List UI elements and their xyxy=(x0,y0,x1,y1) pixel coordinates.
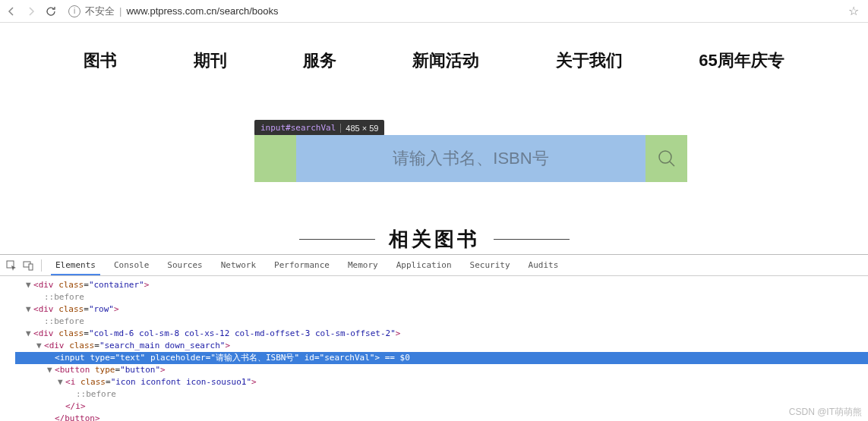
reload-button[interactable] xyxy=(44,5,58,18)
nav-item-anniversary[interactable]: 65周年庆专 xyxy=(699,49,784,72)
section-title: 相关图书 xyxy=(389,226,480,253)
inspect-element-icon[interactable] xyxy=(5,259,18,272)
search-container: 请输入书名、ISBN号 xyxy=(254,135,687,182)
inspect-dimensions: 485 × 59 xyxy=(340,124,378,133)
devtools-tabbar: Elements Console Sources Network Perform… xyxy=(0,255,868,276)
search-icon xyxy=(656,148,677,169)
devtools-dom-tree[interactable]: ▼<div class="container">::before▼<div cl… xyxy=(0,276,868,421)
address-bar[interactable]: i 不安全 | www.ptpress.com.cn/search/books xyxy=(64,5,842,18)
forward-button[interactable] xyxy=(24,5,38,18)
browser-chrome: i 不安全 | www.ptpress.com.cn/search/books … xyxy=(0,0,868,23)
dom-tree-line[interactable]: </button> xyxy=(15,413,868,421)
divider-line-right xyxy=(494,239,570,240)
dom-tree-line[interactable]: ▼<div class="row"> xyxy=(15,303,868,316)
nav-item-periodicals[interactable]: 期刊 xyxy=(194,49,227,72)
devtools-panel: Elements Console Sources Network Perform… xyxy=(0,254,868,421)
back-button[interactable] xyxy=(5,5,18,18)
dom-tree-line[interactable]: ▼<i class="icon iconfont icon-sousuo1"> xyxy=(15,376,868,388)
dom-tree-line[interactable]: ::before xyxy=(15,316,868,328)
device-toggle-icon[interactable] xyxy=(21,259,35,272)
svg-point-0 xyxy=(659,151,671,163)
devtools-tab-elements[interactable]: Elements xyxy=(48,256,103,275)
nav-item-about[interactable]: 关于我们 xyxy=(556,49,623,72)
devtools-tab-memory[interactable]: Memory xyxy=(340,256,386,275)
dom-tree-line[interactable]: ▼<button type="button"> xyxy=(15,364,868,376)
url-text: www.ptpress.com.cn/search/books xyxy=(126,5,278,17)
search-input[interactable]: 请输入书名、ISBN号 xyxy=(296,135,645,182)
dom-tree-line[interactable]: ▼<div class="container"> xyxy=(15,279,868,291)
search-button[interactable] xyxy=(645,135,687,182)
info-icon: i xyxy=(68,5,80,17)
section-heading: 相关图书 xyxy=(0,226,868,253)
dom-tree-line[interactable]: ::before xyxy=(15,388,868,401)
inspect-tooltip: input#searchVal 485 × 59 xyxy=(254,120,384,136)
svg-rect-4 xyxy=(29,264,33,270)
dom-tree-line[interactable]: ▼<div class="col-md-6 col-sm-8 col-xs-12… xyxy=(15,328,868,340)
insecure-label: 不安全 xyxy=(85,5,115,18)
devtools-tab-sources[interactable]: Sources xyxy=(159,256,210,275)
dom-tree-line[interactable]: ▼<div class="search_main down_search"> xyxy=(15,340,868,352)
nav-item-books[interactable]: 图书 xyxy=(84,49,117,72)
devtools-tab-network[interactable]: Network xyxy=(213,256,264,275)
divider-line-left xyxy=(299,239,375,240)
search-left-highlight xyxy=(254,135,296,182)
inspect-selector: input#searchVal xyxy=(260,123,336,133)
page-content: 图书 期刊 服务 新闻活动 关于我们 65周年庆专 input#searchVa… xyxy=(0,23,868,254)
nav-item-news[interactable]: 新闻活动 xyxy=(412,49,479,72)
main-nav: 图书 期刊 服务 新闻活动 关于我们 65周年庆专 xyxy=(0,23,868,95)
devtools-tab-performance[interactable]: Performance xyxy=(267,256,337,275)
devtools-tab-security[interactable]: Security xyxy=(462,256,518,275)
bookmark-star-icon[interactable]: ☆ xyxy=(848,4,863,18)
svg-line-1 xyxy=(670,162,674,166)
dom-tree-line[interactable]: <input type="text" placeholder="请输入书名、IS… xyxy=(15,352,868,364)
devtools-tab-audits[interactable]: Audits xyxy=(521,256,567,275)
dom-tree-line[interactable]: ::before xyxy=(15,291,868,303)
dom-tree-line[interactable]: </i> xyxy=(15,401,868,413)
devtools-tab-console[interactable]: Console xyxy=(106,256,156,275)
watermark: CSDN @IT萌萌熊 xyxy=(789,406,862,419)
devtools-tab-application[interactable]: Application xyxy=(389,256,459,275)
nav-item-services[interactable]: 服务 xyxy=(303,49,336,72)
